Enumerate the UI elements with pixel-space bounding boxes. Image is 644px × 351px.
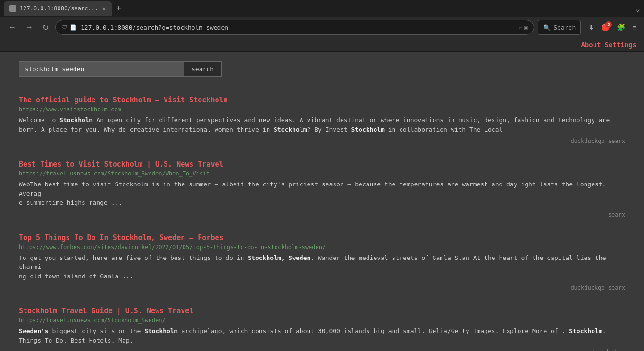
download-button[interactable]: ⬇ — [586, 21, 596, 33]
forward-button[interactable]: → — [23, 21, 36, 33]
search-button[interactable]: search — [184, 61, 222, 77]
result-snippet: Welcome to Stockholm An open city for di… — [19, 116, 625, 134]
reader-view-icon[interactable]: ▣ — [524, 24, 528, 31]
searx-source[interactable]: searx — [608, 138, 625, 144]
result-snippet: WebThe best time to visit Stockholm is i… — [19, 180, 625, 208]
duckduckgo-source[interactable]: duckduckgo — [570, 138, 604, 144]
nav-bar: ← → ↻ 🛡 📄 ☆ ▣ 🔍 Search ⬇ 🔴 9 🧩 ≡ — [0, 17, 644, 38]
result-item: The official guide to Stockholm – Visit … — [19, 88, 625, 152]
ublock-button[interactable]: 🔴 9 — [599, 21, 612, 33]
search-label: Search — [553, 24, 576, 31]
results-list: The official guide to Stockholm – Visit … — [19, 88, 625, 351]
result-title[interactable]: Best Times to Visit Stockholm | U.S. New… — [19, 160, 625, 168]
back-button[interactable]: ← — [6, 21, 19, 33]
browser-search-box[interactable]: 🔍 Search — [538, 20, 581, 35]
duckduckgo-source[interactable]: duckduckgo — [570, 284, 604, 291]
address-bar-right: ☆ ▣ — [518, 24, 528, 31]
result-url: https://travel.usnews.com/Stockholm_Swed… — [19, 317, 625, 324]
search-input[interactable] — [19, 61, 184, 77]
result-sources: duckduckgo searx — [19, 284, 625, 291]
tab-title: 127.0.0.1:8080/searc... — [20, 5, 98, 12]
bookmark-icon[interactable]: ☆ — [518, 24, 522, 31]
nav-right-icons: ⬇ 🔴 9 🧩 ≡ — [586, 21, 638, 33]
search-form: search — [19, 61, 625, 77]
result-sources: searx — [19, 211, 625, 218]
ublock-badge: 9 — [605, 21, 612, 28]
active-tab[interactable]: 127.0.0.1:8080/searc... ✕ — [4, 1, 112, 16]
collapse-tabs-button[interactable]: ⌄ — [636, 4, 640, 13]
lock-icon: 📄 — [70, 24, 77, 31]
browser-chrome: 127.0.0.1:8080/searc... ✕ + ⌄ ← → ↻ 🛡 📄 … — [0, 0, 644, 38]
main-content: search The official guide to Stockholm –… — [0, 52, 644, 351]
menu-button[interactable]: ≡ — [630, 22, 638, 33]
result-item: Best Times to Visit Stockholm | U.S. New… — [19, 152, 625, 226]
shield-icon: 🛡 — [61, 24, 67, 31]
app-bar: About Settings — [0, 38, 644, 52]
result-snippet: To get you started, here are five of the… — [19, 253, 625, 281]
searx-source[interactable]: searx — [608, 211, 625, 218]
result-url: https://www.visitstockholm.com — [19, 106, 625, 113]
tab-favicon — [9, 5, 16, 12]
search-icon: 🔍 — [543, 24, 551, 31]
result-title[interactable]: Stockholm Travel Guide | U.S. News Trave… — [19, 307, 625, 315]
tab-close-button[interactable]: ✕ — [102, 5, 106, 12]
searx-source[interactable]: searx — [608, 284, 625, 291]
settings-link[interactable]: Settings — [605, 41, 636, 49]
result-title[interactable]: The official guide to Stockholm – Visit … — [19, 96, 625, 104]
result-item: Top 5 Things To Do In Stockholm, Sweden … — [19, 226, 625, 300]
address-bar-icons: 🛡 📄 — [61, 24, 77, 31]
result-url: https://travel.usnews.com/Stockholm_Swed… — [19, 170, 625, 177]
new-tab-button[interactable]: + — [114, 4, 125, 13]
refresh-button[interactable]: ↻ — [40, 21, 51, 34]
result-item: Stockholm Travel Guide | U.S. News Trave… — [19, 299, 625, 351]
result-sources: duckduckgo — [19, 349, 625, 351]
address-input[interactable] — [81, 24, 514, 31]
tab-bar: 127.0.0.1:8080/searc... ✕ + ⌄ — [0, 0, 644, 17]
result-snippet: Sweden's biggest city sits on the Stockh… — [19, 326, 625, 345]
result-title[interactable]: Top 5 Things To Do In Stockholm, Sweden … — [19, 234, 625, 242]
extensions-button[interactable]: 🧩 — [615, 21, 627, 33]
address-bar[interactable]: 🛡 📄 ☆ ▣ — [55, 20, 534, 35]
result-sources: duckduckgo searx — [19, 138, 625, 144]
duckduckgo-source[interactable]: duckduckgo — [591, 349, 625, 351]
about-link[interactable]: About — [581, 41, 601, 49]
result-url: https://www.forbes.com/sites/davidnikel/… — [19, 244, 625, 251]
